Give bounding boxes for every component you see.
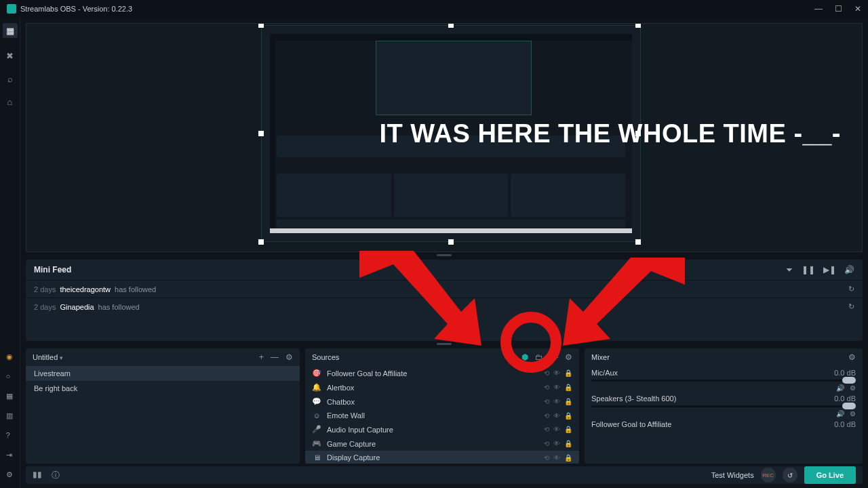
app-logo (7, 4, 16, 14)
mute-icon[interactable]: 🔊 (836, 410, 844, 418)
divider-handle[interactable] (20, 344, 868, 346)
store-icon[interactable]: ⌂ (5, 96, 16, 107)
visibility-icon[interactable]: 👁 (553, 398, 560, 405)
mic-icon: 🎤 (312, 425, 321, 434)
resize-handle[interactable] (635, 239, 641, 245)
lock-icon[interactable]: 🔒 (564, 398, 572, 405)
replay-icon[interactable]: ↻ (848, 302, 854, 311)
source-item[interactable]: 🎤Audio Input Capture⟲👁🔒 (305, 422, 579, 436)
lock-icon[interactable]: 🔒 (564, 412, 572, 420)
close-button[interactable]: ✕ (854, 4, 861, 14)
scene-item[interactable]: Livestream (26, 366, 300, 381)
gear-icon[interactable]: ⚙ (565, 352, 572, 362)
scene-item[interactable]: Be right back (26, 381, 300, 396)
volume-slider[interactable] (591, 405, 856, 407)
mixer-channel: Follower Goal to Affiliate0.0 dB (591, 420, 856, 431)
scene-collection-name[interactable]: Untitled (33, 353, 58, 361)
visibility-icon[interactable]: 👁 (553, 369, 560, 377)
visibility-icon[interactable]: 👁 (553, 384, 560, 391)
cloud-icon[interactable]: ◉ (6, 352, 15, 361)
link-icon[interactable]: ⟲ (544, 369, 549, 377)
gear-icon[interactable]: ⚙ (850, 410, 856, 418)
lock-icon[interactable]: 🔒 (564, 440, 572, 447)
replay-icon[interactable]: ↻ (848, 285, 854, 293)
main-area: Mini Feed ⏷ ❚❚ ▶❚ 🔊 2 days theicedragont… (20, 18, 868, 488)
maximize-button[interactable]: ☐ (835, 4, 842, 14)
divider-handle[interactable] (20, 255, 868, 257)
replay-buffer-button[interactable]: ↺ (783, 468, 797, 483)
test-widgets-button[interactable]: Test Widgets (711, 471, 754, 479)
mixer-channel: Speakers (3- Stealth 600)0.0 dB🔊⚙ (591, 394, 856, 418)
link-icon[interactable]: ⟲ (544, 440, 549, 447)
resize-handle[interactable] (448, 23, 454, 28)
visibility-icon[interactable]: 👁 (553, 454, 560, 462)
record-button[interactable]: REC (761, 468, 776, 483)
link-icon[interactable]: ⟲ (544, 426, 549, 433)
resize-handle[interactable] (258, 239, 264, 245)
feed-username: theicedragontw (60, 285, 111, 293)
minimize-button[interactable]: — (814, 4, 823, 14)
wall-icon: ☺ (312, 411, 321, 420)
login-icon[interactable]: ⇥ (6, 451, 15, 460)
mixer-panel: Mixer ⚙ Mic/Aux0.0 dB🔊⚙Speakers (3- Stea… (585, 348, 863, 464)
source-label: Alertbox (327, 384, 354, 392)
lock-icon[interactable]: 🔒 (564, 426, 572, 433)
source-item[interactable]: 🎮Game Capture⟲👁🔒 (305, 436, 579, 451)
mixer-label: Follower Goal to Affiliate (591, 420, 671, 428)
lock-icon[interactable]: 🔒 (564, 369, 572, 377)
volume-icon[interactable]: 🔊 (844, 265, 854, 274)
resize-handle[interactable] (635, 23, 641, 28)
chat-icon: 💬 (312, 397, 321, 406)
volume-slider[interactable] (591, 380, 856, 382)
source-item[interactable]: 🎯Follower Goal to Affiliate⟲👁🔒 (305, 366, 579, 380)
visibility-icon[interactable]: 👁 (553, 412, 560, 420)
visibility-icon[interactable]: 👁 (553, 426, 560, 433)
add-widget-icon[interactable]: ⬢ (521, 352, 528, 362)
gear-icon[interactable]: ⚙ (285, 352, 293, 362)
chevron-down-icon[interactable]: ▾ (60, 354, 63, 361)
gamepad-icon: 🎮 (312, 439, 321, 448)
visibility-icon[interactable]: 👁 (553, 440, 560, 447)
add-folder-icon[interactable]: 🗀 (535, 352, 543, 362)
gear-icon[interactable]: ⚙ (848, 352, 856, 362)
grid-icon[interactable]: ▦ (6, 392, 15, 401)
mixer-db: 0.0 dB (834, 420, 856, 428)
sources-title: Sources (312, 353, 339, 361)
resize-handle[interactable] (448, 239, 454, 245)
link-icon[interactable]: ⟲ (544, 412, 549, 420)
monitor-icon: 🖥 (312, 453, 321, 462)
link-icon[interactable]: ⟲ (544, 398, 549, 405)
bars-icon[interactable]: ▥ (6, 411, 15, 420)
source-item[interactable]: 🔔Alertbox⟲👁🔒 (305, 380, 579, 394)
search-icon[interactable]: ⌕ (5, 73, 16, 84)
lock-icon[interactable]: 🔒 (564, 454, 572, 462)
settings-icon[interactable]: ⚙ (6, 470, 15, 479)
stats-icon[interactable]: ▮▮ (33, 470, 42, 481)
lock-icon[interactable]: 🔒 (564, 384, 572, 391)
go-live-button[interactable]: Go Live (804, 466, 856, 484)
add-scene-button[interactable]: + (259, 352, 264, 362)
source-item[interactable]: 🖥Display Capture⟲👁🔒 (305, 451, 579, 464)
pause-icon[interactable]: ❚❚ (802, 265, 815, 274)
source-item[interactable]: 💬Chatbox⟲👁🔒 (305, 394, 579, 409)
circle-icon[interactable]: ○ (6, 372, 15, 381)
source-label: Audio Input Capture (327, 426, 393, 434)
source-label: Game Capture (327, 440, 376, 448)
resize-handle[interactable] (258, 131, 264, 136)
info-icon[interactable]: ⓘ (52, 470, 60, 481)
editor-icon[interactable]: ▦ (3, 23, 18, 38)
help-icon[interactable]: ? (6, 431, 15, 440)
source-item[interactable]: ☺Emote Wall⟲👁🔒 (305, 409, 579, 422)
feed-action: has followed (115, 285, 156, 293)
link-icon[interactable]: ⟲ (544, 384, 549, 391)
gear-icon[interactable]: ⚙ (850, 384, 856, 392)
resize-handle[interactable] (258, 23, 264, 28)
tools-icon[interactable]: ✖ (5, 50, 16, 61)
filter-icon[interactable]: ⏷ (785, 265, 793, 274)
mixer-label: Speakers (3- Stealth 600) (591, 394, 676, 403)
minus-icon[interactable]: — (550, 352, 558, 362)
skip-icon[interactable]: ▶❚ (823, 265, 836, 274)
minus-icon[interactable]: — (271, 352, 279, 362)
mute-icon[interactable]: 🔊 (836, 384, 844, 392)
link-icon[interactable]: ⟲ (544, 454, 549, 462)
